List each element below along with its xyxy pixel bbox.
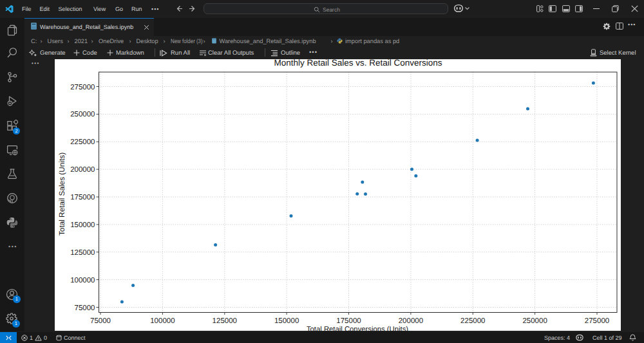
svg-text:225000: 225000 — [460, 317, 485, 325]
svg-text:150000: 150000 — [274, 317, 299, 325]
svg-text:100000: 100000 — [70, 276, 95, 284]
svg-text:150000: 150000 — [70, 221, 95, 228]
svg-text:100000: 100000 — [150, 317, 175, 325]
svg-text:250000: 250000 — [522, 317, 547, 325]
svg-text:175000: 175000 — [70, 194, 95, 201]
svg-text:175000: 175000 — [336, 317, 361, 325]
svg-text:75000: 75000 — [75, 304, 95, 311]
svg-text:250000: 250000 — [70, 111, 95, 118]
svg-text:275000: 275000 — [70, 83, 95, 91]
svg-text:275000: 275000 — [585, 317, 609, 325]
svg-text:125000: 125000 — [70, 248, 95, 256]
svg-text:225000: 225000 — [70, 138, 95, 146]
svg-text:200000: 200000 — [399, 317, 423, 325]
svg-text:200000: 200000 — [70, 166, 95, 174]
svg-text:75000: 75000 — [90, 317, 111, 325]
svg-text:125000: 125000 — [213, 317, 237, 325]
svg-text:Total Retail Sales (Units): Total Retail Sales (Units) — [57, 152, 66, 235]
svg-text:Monthly Retail Sales vs. Retai: Monthly Retail Sales vs. Retail Conversi… — [274, 59, 442, 68]
svg-text:Total Retail Conversions (Unit: Total Retail Conversions (Units) — [307, 325, 408, 331]
